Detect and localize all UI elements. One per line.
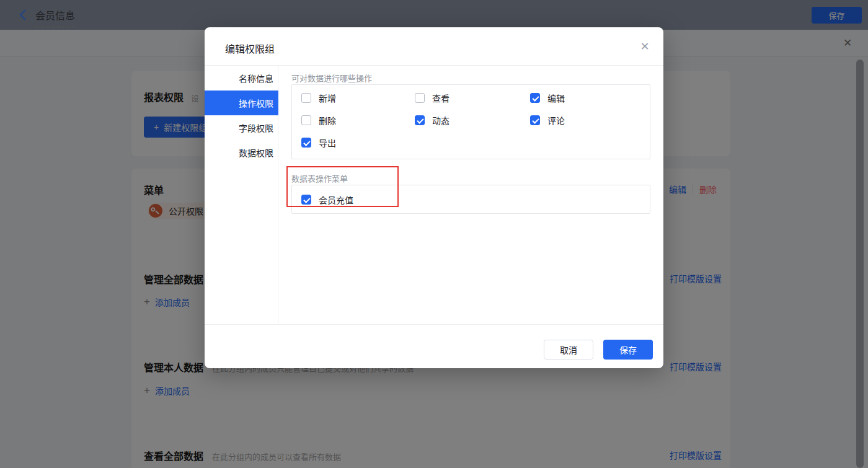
tab-operation-permission[interactable]: 操作权限 <box>205 91 278 115</box>
checkbox-box[interactable] <box>415 115 425 125</box>
checkbox-item-comment[interactable]: 评论 <box>530 115 650 125</box>
edit-permission-group-modal: 编辑权限组 ✕ 名称信息 操作权限 字段权限 数据权限 可对数据进行哪些操作 新… <box>205 27 663 368</box>
checkbox-item-add[interactable]: 新增 <box>301 93 415 103</box>
checkbox-box[interactable] <box>530 115 540 125</box>
operations-checkbox-group: 新增 查看 编辑 删除 动态 评论 <box>291 84 650 159</box>
tab-field-permission[interactable]: 字段权限 <box>205 115 278 140</box>
checkbox-box[interactable] <box>301 93 311 103</box>
operations-group-label: 可对数据进行哪些操作 <box>291 72 372 84</box>
checkbox-box[interactable] <box>301 138 311 148</box>
checkbox-item-export[interactable]: 导出 <box>301 138 415 148</box>
checkbox-item-edit[interactable]: 编辑 <box>530 93 650 103</box>
table-menu-checkbox-group: 会员充值 <box>291 185 650 214</box>
checkbox-item-view[interactable]: 查看 <box>415 93 530 103</box>
checkbox-item-delete[interactable]: 删除 <box>301 115 415 125</box>
tab-name-info[interactable]: 名称信息 <box>205 66 278 91</box>
save-button[interactable]: 保存 <box>603 340 653 360</box>
modal-header: 编辑权限组 ✕ <box>205 27 663 66</box>
modal-title: 编辑权限组 <box>225 41 275 56</box>
footer-divider <box>205 324 663 325</box>
checkbox-box[interactable] <box>530 93 540 103</box>
checkbox-box[interactable] <box>415 93 425 103</box>
tab-data-permission[interactable]: 数据权限 <box>205 140 278 165</box>
modal-tab-list: 名称信息 操作权限 字段权限 数据权限 <box>205 66 278 324</box>
checkbox-item-activity[interactable]: 动态 <box>415 115 530 125</box>
checkbox-item-member-recharge[interactable]: 会员充值 <box>301 195 353 205</box>
cancel-button[interactable]: 取消 <box>544 340 593 360</box>
checkbox-box[interactable] <box>301 195 311 205</box>
checkbox-box[interactable] <box>301 115 311 125</box>
modal-close-icon[interactable]: ✕ <box>639 40 651 53</box>
table-menu-group-label: 数据表操作菜单 <box>291 172 348 184</box>
screen: 会员信息 保存 ✕ 报表权限 设 + 新建权限组 菜单 公开权限 编辑 删除 <box>0 0 868 468</box>
